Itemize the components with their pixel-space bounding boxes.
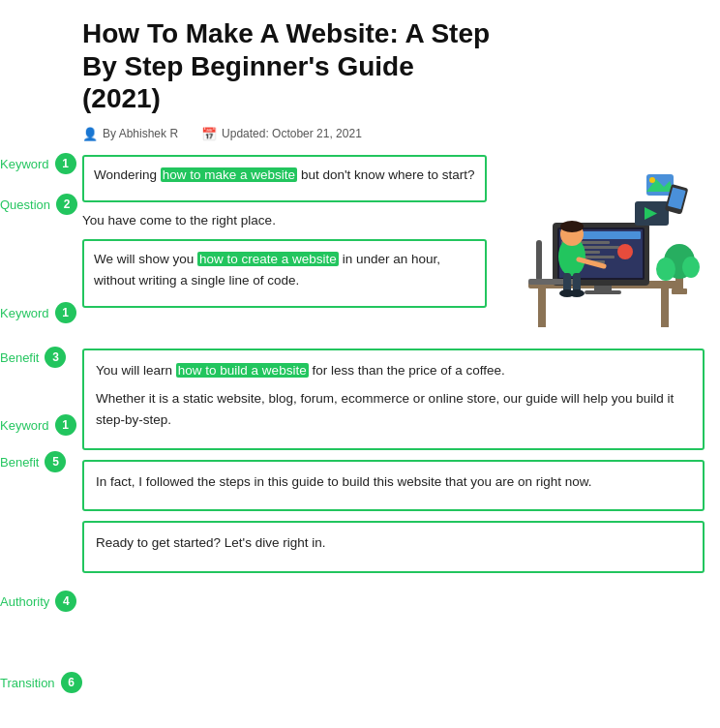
badge-benefit-3: 3	[45, 347, 66, 368]
updated-text: Updated: October 21, 2021	[222, 127, 362, 140]
benefit-5-line1: You will learn how to build a website fo…	[96, 360, 691, 381]
user-icon: 👤	[82, 127, 98, 141]
page-title: How To Make A Website: A Step By Step Be…	[82, 17, 705, 115]
benefit-5-line2: Whether it is a static website, blog, fo…	[96, 388, 691, 430]
right-place-text: You have come to the right place.	[82, 210, 487, 231]
main-container: Keyword 1 Question 2 Keyword 1 Benefit 3…	[0, 0, 720, 600]
badge-authority-4: 4	[55, 591, 76, 612]
svg-point-24	[569, 289, 585, 297]
badge-keyword-3: 1	[55, 414, 76, 436]
label-transition-6: Transition 6	[0, 672, 82, 693]
label-keyword-2: Keyword 1	[0, 302, 76, 323]
badge-keyword-1: 1	[55, 153, 76, 174]
svg-rect-33	[672, 288, 687, 294]
svg-rect-14	[585, 290, 621, 294]
svg-rect-2	[661, 288, 669, 327]
illustration-svg	[499, 155, 703, 339]
meta-row: 👤 By Abhishek R 📅 Updated: October 21, 2…	[82, 127, 705, 141]
transition-box-6: Ready to get started? Let's dive right i…	[82, 521, 705, 573]
svg-point-27	[649, 177, 655, 183]
authority-box-4: In fact, I followed the steps in this gu…	[82, 460, 705, 512]
calendar-icon: 📅	[201, 127, 217, 141]
svg-point-36	[682, 257, 700, 278]
label-benefit-3: Benefit 3	[0, 347, 66, 368]
label-keyword-3: Keyword 1	[0, 414, 76, 436]
svg-point-19	[560, 221, 584, 232]
author-text: By Abhishek R	[103, 127, 178, 140]
benefit-box-5: You will learn how to build a website fo…	[82, 349, 705, 450]
label-question-2: Question 2	[0, 194, 77, 215]
label-authority-4: Authority 4	[0, 591, 76, 612]
question-box: Wondering how to make a website but don'…	[82, 155, 487, 203]
badge-benefit-5: 5	[45, 451, 66, 472]
hero-section: Wondering how to make a website but don'…	[82, 155, 705, 339]
illustration-area	[496, 155, 705, 339]
label-benefit-5: Benefit 5	[0, 451, 66, 472]
keyword-highlight-2: how to create a website	[197, 252, 339, 266]
question-text: Wondering how to make a website but don'…	[94, 165, 475, 186]
label-keyword-1: Keyword 1	[0, 153, 76, 174]
authority-text: In fact, I followed the steps in this gu…	[96, 471, 691, 493]
badge-transition-6: 6	[61, 672, 82, 693]
badge-keyword-2: 1	[55, 302, 76, 323]
keyword-highlight-1: how to make a website	[161, 167, 297, 182]
author-meta: 👤 By Abhishek R	[82, 127, 178, 141]
transition-text: Ready to get started? Let's dive right i…	[96, 532, 691, 554]
text-column: Wondering how to make a website but don'…	[82, 155, 487, 339]
updated-meta: 📅 Updated: October 21, 2021	[201, 127, 362, 141]
benefit-3-text: We will show you how to create a website…	[94, 249, 475, 290]
keyword-highlight-3: how to build a website	[176, 363, 309, 378]
svg-rect-15	[536, 240, 542, 281]
svg-point-35	[656, 258, 675, 281]
svg-point-12	[617, 244, 633, 259]
content-area: How To Make A Website: A Step By Step Be…	[73, 0, 720, 600]
badge-question-2: 2	[56, 194, 77, 215]
benefit-box-3: We will show you how to create a website…	[82, 239, 487, 308]
svg-rect-1	[538, 288, 546, 327]
